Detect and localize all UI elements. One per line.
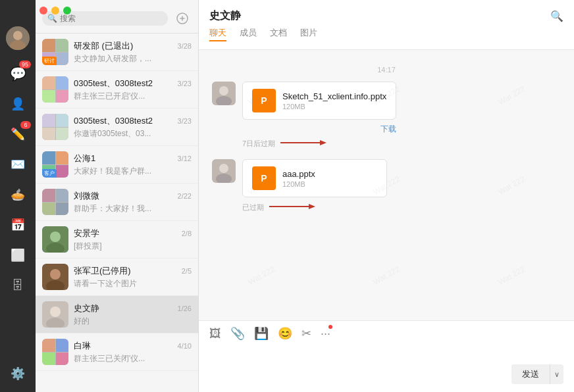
- chat-avatar: [42, 114, 68, 140]
- search-icon: 🔍: [47, 14, 57, 23]
- list-item[interactable]: 0305test、0308test2 3/23 群主张三已开启'仪...: [36, 71, 198, 109]
- messages-badge: 95: [19, 61, 31, 68]
- chat-name: 0305test、0308test2: [74, 115, 153, 127]
- svg-point-11: [50, 306, 61, 317]
- compose-icon-btn[interactable]: [173, 9, 192, 28]
- chat-info: 0305test、0308test2 3/23 群主张三已开启'仪...: [74, 78, 192, 102]
- chat-info: 白琳 4/10 群主张三已关闭'仪...: [74, 340, 192, 364]
- svg-marker-17: [320, 140, 326, 145]
- chat-date: 2/22: [178, 192, 192, 200]
- msg-content: P aaa.pptx 120MB 已过期: [242, 159, 387, 212]
- file-bubble: P aaa.pptx 120MB: [242, 159, 387, 197]
- messages-icon-btn[interactable]: 💬 95: [6, 62, 30, 86]
- svg-marker-22: [309, 204, 315, 209]
- message-row: P Sketch_51_xclient.info.pptx 120MB 下载 7…: [212, 82, 561, 149]
- send-button[interactable]: 发送: [511, 364, 550, 384]
- list-item[interactable]: 白琳 4/10 群主张三已关闭'仪...: [36, 333, 198, 371]
- message-row: P aaa.pptx 120MB 已过期: [212, 159, 561, 212]
- stats-icon-btn[interactable]: 🥧: [6, 183, 30, 207]
- file-size: 120MB: [282, 103, 386, 110]
- chat-info: 安景学 2/8 [群投票]: [74, 228, 192, 252]
- tab-images[interactable]: 图片: [300, 27, 317, 41]
- chat-info: 公海1 3/12 大家好！我是客户群...: [74, 153, 192, 177]
- user-avatar[interactable]: [6, 26, 30, 50]
- chat-preview: 群助手：大家好！我...: [74, 203, 192, 214]
- more-toolbar-icon[interactable]: ···: [321, 327, 330, 341]
- chat-info: 张军卫(已停用) 2/5 请看一下这个图片: [74, 265, 192, 289]
- window-icon-btn[interactable]: ⬜: [6, 243, 30, 267]
- file-download-link[interactable]: 下载: [380, 124, 396, 135]
- chat-preview: 请看一下这个图片: [74, 278, 192, 289]
- file-name: Sketch_51_xclient.info.pptx: [282, 91, 386, 101]
- chat-name: 张军卫(已停用): [74, 265, 131, 277]
- emoji-toolbar-icon[interactable]: 😊: [278, 326, 292, 341]
- chat-name: 0305test、0308test2: [74, 78, 153, 89]
- chat-name: 白琳: [74, 340, 91, 352]
- traffic-light-red[interactable]: [39, 7, 47, 14]
- chat-name: 安景学: [74, 228, 99, 239]
- image-toolbar-icon[interactable]: 🖼: [209, 327, 221, 341]
- chat-avatar: [42, 226, 68, 253]
- chat-date: 4/10: [178, 342, 192, 350]
- chat-date: 3/23: [178, 117, 192, 125]
- list-item[interactable]: 安景学 2/8 [群投票]: [36, 221, 198, 258]
- file-icon: P: [252, 166, 276, 190]
- chat-info: 研发部 (已退出) 3/28 史文静加入研发部，...: [74, 40, 192, 64]
- settings-icon-btn[interactable]: ⚙️: [6, 362, 30, 385]
- attach-toolbar-icon[interactable]: 📎: [230, 326, 245, 341]
- chat-date: 2/5: [182, 267, 192, 275]
- mail-icon-btn[interactable]: ✉️: [6, 153, 30, 176]
- cut-toolbar-icon[interactable]: ✂: [301, 326, 311, 341]
- send-dropdown-button[interactable]: ∨: [550, 366, 563, 383]
- chat-input[interactable]: [209, 351, 505, 384]
- search-input[interactable]: [60, 14, 163, 23]
- folder-toolbar-icon[interactable]: 💾: [254, 326, 269, 341]
- list-item[interactable]: 客户 公海1 3/12 大家好！我是客户群...: [36, 146, 198, 184]
- msg-avatar: [212, 82, 236, 105]
- tasks-icon-btn[interactable]: ✏️ 6: [6, 122, 30, 146]
- file-info: aaa.pptx 120MB: [282, 169, 377, 188]
- traffic-light-green[interactable]: [63, 7, 71, 14]
- file-name: aaa.pptx: [282, 169, 377, 179]
- chat-list-header: 🔍: [36, 0, 198, 34]
- tab-docs[interactable]: 文档: [270, 27, 287, 41]
- chat-avatar: 研讨: [42, 39, 68, 65]
- file-expired-status: 已过期: [242, 203, 264, 212]
- chat-preview: 群主张三已开启'仪...: [74, 91, 192, 102]
- file-expiry-status: 7日后过期: [242, 139, 275, 149]
- storage-icon-btn[interactable]: 🗄: [6, 274, 30, 297]
- list-item[interactable]: 史文静 1/26 好的: [36, 296, 198, 333]
- chat-avatar: [42, 264, 68, 290]
- chat-preview: 你邀请0305test、03...: [74, 128, 192, 139]
- chat-preview: 好的: [74, 316, 192, 327]
- chat-name: 史文静: [74, 303, 99, 314]
- list-item[interactable]: 张军卫(已停用) 2/5 请看一下这个图片: [36, 258, 198, 296]
- send-btn-group: 发送 ∨: [511, 364, 563, 384]
- list-item[interactable]: 研讨 研发部 (已退出) 3/28 史文静加入研发部，...: [36, 34, 198, 71]
- chat-preview: 史文静加入研发部，...: [74, 53, 192, 64]
- svg-point-19: [219, 164, 228, 173]
- file-size: 120MB: [282, 180, 377, 188]
- chat-date: 2/8: [182, 230, 192, 237]
- tab-members[interactable]: 成员: [240, 27, 257, 41]
- contacts-icon-btn[interactable]: 👤: [6, 92, 30, 116]
- chat-avatar: [42, 301, 68, 328]
- chat-name: 研发部 (已退出): [74, 40, 133, 52]
- chat-avatar: [42, 76, 68, 103]
- chat-list: 研讨 研发部 (已退出) 3/28 史文静加入研发部，...: [36, 34, 198, 392]
- tab-chat[interactable]: 聊天: [209, 27, 226, 41]
- chat-tag: 研讨: [42, 57, 57, 65]
- msg-avatar: [212, 159, 236, 183]
- list-item[interactable]: 刘微微 2/22 群助手：大家好！我...: [36, 184, 198, 221]
- svg-point-14: [219, 86, 228, 95]
- calendar-icon-btn[interactable]: 📅: [6, 213, 30, 237]
- traffic-light-yellow[interactable]: [51, 7, 59, 14]
- chat-header: 史文静 🔍 聊天 成员 文档 图片: [199, 0, 574, 50]
- header-search-icon[interactable]: 🔍: [550, 10, 563, 22]
- list-item[interactable]: 0305test、0308test2 3/23 你邀请0305test、03..…: [36, 109, 198, 146]
- tasks-badge: 6: [20, 121, 31, 129]
- chat-tabs: 聊天 成员 文档 图片: [209, 27, 317, 41]
- chat-date: 3/23: [178, 80, 192, 87]
- chat-info: 刘微微 2/22 群助手：大家好！我...: [74, 190, 192, 214]
- chat-info: 0305test、0308test2 3/23 你邀请0305test、03..…: [74, 115, 192, 139]
